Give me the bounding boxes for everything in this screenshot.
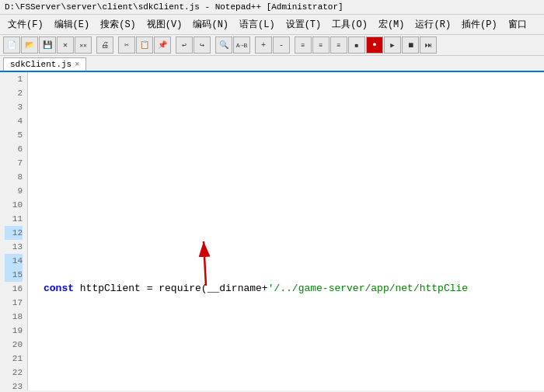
toolbar-open[interactable]: 📂 xyxy=(21,36,38,54)
toolbar: 📄 📂 💾 ✕ ✕✕ 🖨 ✂ 📋 📌 ↩ ↪ 🔍 A→B + - ≡ ≡ ≡ ■… xyxy=(0,35,544,56)
toolbar-cut[interactable]: ✂ xyxy=(118,36,135,54)
menu-settings[interactable]: 设置(T) xyxy=(281,16,326,33)
toolbar-b8[interactable]: ⏭ xyxy=(420,36,437,54)
toolbar-undo[interactable]: ↩ xyxy=(176,36,193,54)
code-line-5 xyxy=(34,338,538,352)
menu-edit[interactable]: 编辑(E) xyxy=(50,16,95,33)
toolbar-b1[interactable]: ≡ xyxy=(295,36,312,54)
toolbar-new[interactable]: 📄 xyxy=(3,36,20,54)
toolbar-find[interactable]: 🔍 xyxy=(215,36,232,54)
toolbar-b6[interactable]: ▶ xyxy=(384,36,401,54)
toolbar-close[interactable]: ✕ xyxy=(57,36,74,54)
toolbar-b4[interactable]: ■ xyxy=(348,36,365,54)
line-numbers: 1 2 3 4 5 6 7 8 9 10 11 12 13 14 15 16 1… xyxy=(0,72,28,390)
toolbar-save[interactable]: 💾 xyxy=(39,36,56,54)
toolbar-closeall[interactable]: ✕✕ xyxy=(75,36,92,54)
title-text: D:\FSServer\server\client\sdkClient.js -… xyxy=(5,2,343,12)
menu-view[interactable]: 视图(V) xyxy=(142,16,187,33)
menu-lang[interactable]: 语言(L) xyxy=(235,16,280,33)
tab-label: sdkClient.js xyxy=(10,60,71,69)
toolbar-zoomin[interactable]: + xyxy=(255,36,272,54)
toolbar-redo[interactable]: ↪ xyxy=(194,36,211,54)
toolbar-b2[interactable]: ≡ xyxy=(312,36,330,54)
menu-macro[interactable]: 宏(M) xyxy=(374,16,410,33)
code-line-4: const httpClient = require(__dirname+'/.… xyxy=(34,282,538,296)
menu-run[interactable]: 运行(R) xyxy=(410,16,455,33)
code-line-2 xyxy=(34,170,538,184)
toolbar-b5[interactable]: ● xyxy=(366,36,383,54)
editor: 1 2 3 4 5 6 7 8 9 10 11 12 13 14 15 16 1… xyxy=(0,72,544,390)
tab-close-icon[interactable]: × xyxy=(75,61,79,69)
tab-sdkclient[interactable]: sdkClient.js × xyxy=(3,57,86,71)
title-bar: D:\FSServer\server\client\sdkClient.js -… xyxy=(0,0,544,15)
toolbar-copy[interactable]: 📋 xyxy=(136,36,153,54)
menu-window[interactable]: 窗口 xyxy=(504,16,532,33)
menu-tools[interactable]: 工具(O) xyxy=(327,16,372,33)
menu-plugins[interactable]: 插件(P) xyxy=(457,16,502,33)
menu-file[interactable]: 文件(F) xyxy=(3,16,48,33)
toolbar-zoomout[interactable]: - xyxy=(273,36,290,54)
toolbar-b3[interactable]: ≡ xyxy=(330,36,347,54)
menu-bar: 文件(F) 编辑(E) 搜索(S) 视图(V) 编码(N) 语言(L) 设置(T… xyxy=(0,15,544,35)
tab-bar: sdkClient.js × xyxy=(0,56,544,72)
code-line-1 xyxy=(34,114,538,128)
code-line-3 xyxy=(34,226,538,240)
code-area[interactable]: const httpClient = require(__dirname+'/.… xyxy=(28,72,544,390)
toolbar-b7[interactable]: ⏹ xyxy=(402,36,419,54)
toolbar-print[interactable]: 🖨 xyxy=(96,36,113,54)
menu-encode[interactable]: 编码(N) xyxy=(188,16,233,33)
menu-search[interactable]: 搜索(S) xyxy=(96,16,141,33)
toolbar-replace[interactable]: A→B xyxy=(233,36,250,54)
toolbar-paste[interactable]: 📌 xyxy=(154,36,171,54)
